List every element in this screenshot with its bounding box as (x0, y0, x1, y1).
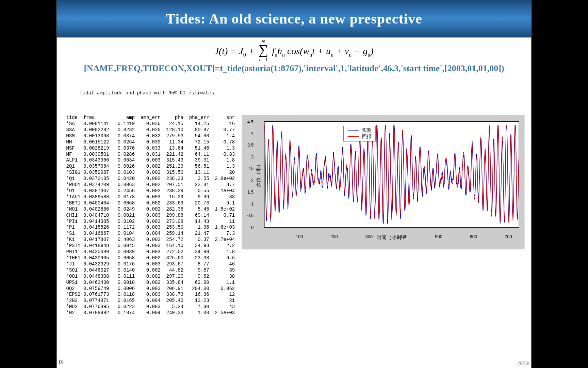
plot-area: 实测 回报 00.511.522.533.544.5 1002003004005… (264, 121, 519, 228)
y-axis-label: 水位（米） (255, 162, 261, 187)
tide-table: tidal amplitude and phase with 95% CI es… (64, 78, 235, 328)
code-call: [NAME,FREQ,TIDECON,XOUT]=t_tide(astoria(… (57, 61, 532, 78)
legend-item-predicted: 回报 (348, 134, 372, 140)
slide-title: Tides: An old science, a new prespective (57, 0, 532, 37)
slide: Tides: An old science, a new prespective… (57, 0, 532, 368)
table-caption: tidal amplitude and phase with 95% CI es… (66, 90, 235, 103)
body: tidal amplitude and phase with 95% CI es… (57, 78, 532, 328)
x-axis-label: 时间（小时） (376, 234, 407, 241)
chart-traces (264, 122, 519, 227)
fx-icon: fx (59, 358, 63, 365)
title-text: Tides: An old science, a new prespective (166, 11, 422, 27)
legend: 实测 回报 (343, 126, 376, 141)
sigma-symbol: N∑n=1 (259, 45, 268, 57)
chart-panel: 实测 回报 00.511.522.533.544.5 1002003004005… (242, 115, 524, 249)
legend-item-observed: 实测 (348, 127, 372, 134)
date-stub: 2023/ (517, 361, 529, 366)
equation: J(t) = J0 + N∑n=1 fnhn cos(wnt + un + vn… (57, 37, 532, 61)
